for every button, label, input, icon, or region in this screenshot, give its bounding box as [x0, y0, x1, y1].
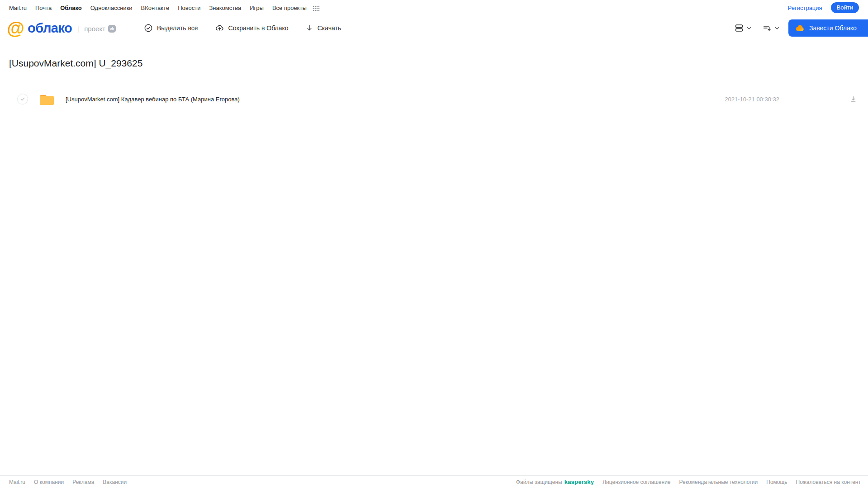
file-row[interactable]: [UsupovMarket.com] Кадавер вебинар по БТ…: [0, 89, 868, 109]
nav-item-novosti[interactable]: Новости: [178, 5, 200, 11]
footer-link-report-content[interactable]: Пожаловаться на контент: [796, 479, 861, 485]
check-icon: [20, 96, 25, 102]
header-right-controls: Завести Облако: [734, 15, 868, 41]
mailru-at-icon: @: [7, 19, 24, 37]
footer-link-recommendation-tech[interactable]: Рекомендательные технологии: [679, 479, 758, 485]
create-cloud-button[interactable]: Завести Облако: [788, 19, 868, 37]
sort-dropdown[interactable]: [762, 23, 780, 33]
view-mode-dropdown[interactable]: [734, 23, 752, 33]
apps-grid-icon[interactable]: [313, 5, 320, 11]
nav-item-znakomstva[interactable]: Знакомства: [209, 5, 241, 11]
registration-link[interactable]: Регистрация: [788, 5, 822, 11]
save-to-cloud-button[interactable]: Сохранить в Облако: [215, 24, 289, 33]
nav-item-pochta[interactable]: Почта: [35, 5, 52, 11]
footer-link-vakansii[interactable]: Вакансии: [103, 479, 127, 485]
footer: Mail.ru О компании Реклама Вакансии Файл…: [0, 475, 868, 488]
page-title: [UsupovMarket.com] U_293625: [9, 57, 142, 70]
cloud-icon: [795, 24, 805, 32]
file-date: 2021-10-21 00:30:32: [725, 96, 779, 103]
nav-item-mailru[interactable]: Mail.ru: [9, 5, 27, 11]
chevron-down-icon: [774, 25, 780, 31]
nav-item-oblako[interactable]: Облако: [60, 5, 82, 11]
select-all-label: Выделить все: [157, 24, 198, 32]
row-checkbox[interactable]: [17, 94, 28, 104]
toolbar: Выделить все Сохранить в Облако Скачать: [144, 15, 341, 41]
footer-link-o-kompanii[interactable]: О компании: [34, 479, 64, 485]
logo-text: облако: [28, 21, 72, 36]
footer-link-license[interactable]: Лицензионное соглашение: [602, 479, 670, 485]
sort-icon: [762, 23, 772, 33]
nav-item-odnoklassniki[interactable]: Одноклассники: [90, 5, 133, 11]
footer-link-reklama[interactable]: Реклама: [72, 479, 94, 485]
view-rows-icon: [734, 23, 744, 33]
select-all-button[interactable]: Выделить все: [144, 24, 198, 33]
footer-link-help[interactable]: Помощь: [766, 479, 787, 485]
nav-item-igry[interactable]: Игры: [250, 5, 264, 11]
vk-badge-icon: vk: [108, 25, 116, 33]
check-circle-icon: [144, 24, 153, 33]
create-cloud-label: Завести Облако: [809, 24, 857, 32]
cloud-upload-icon: [215, 24, 224, 33]
footer-link-mailru[interactable]: Mail.ru: [9, 479, 25, 485]
nav-item-vkontakte[interactable]: ВКонтакте: [141, 5, 170, 11]
login-button[interactable]: Войти: [831, 2, 859, 13]
project-divider: |: [78, 25, 80, 33]
nav-item-vse-proekty[interactable]: Все проекты: [272, 5, 307, 11]
project-label: проект: [84, 25, 105, 33]
download-icon: [305, 24, 313, 33]
kaspersky-protected: Файлы защищеныkaspersky: [516, 479, 594, 485]
app-header: @ облако | проект vk Выделить все: [0, 15, 868, 41]
chevron-down-icon: [746, 25, 752, 31]
cloud-logo[interactable]: @ облако | проект vk: [7, 15, 116, 41]
protected-text: Файлы защищены: [516, 479, 562, 485]
portal-nav: Mail.ru Почта Облако Одноклассники ВКонт…: [0, 0, 868, 15]
folder-icon: [39, 93, 55, 106]
save-to-cloud-label: Сохранить в Облако: [228, 24, 289, 32]
download-button[interactable]: Скачать: [305, 24, 342, 33]
download-label: Скачать: [318, 24, 342, 32]
download-tray-icon[interactable]: [849, 95, 857, 103]
kaspersky-logo[interactable]: kaspersky: [564, 479, 594, 485]
file-name[interactable]: [UsupovMarket.com] Кадавер вебинар по БТ…: [66, 96, 240, 103]
